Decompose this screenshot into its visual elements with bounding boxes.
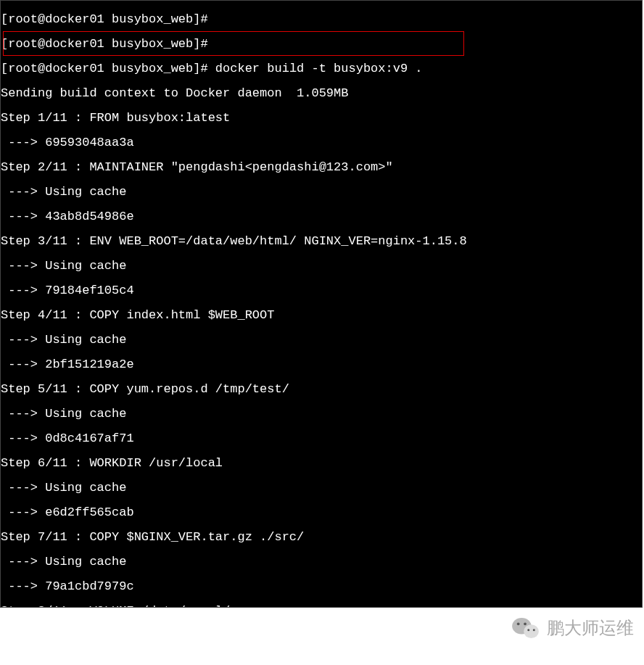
output-line: Step 3/11 : ENV WEB_ROOT=/data/web/html/…	[1, 235, 642, 247]
prompt: [root@docker01 busybox_web]#	[1, 62, 215, 75]
svg-point-3	[524, 622, 527, 625]
output-line: ---> Using cache	[1, 408, 642, 420]
svg-point-1	[524, 624, 539, 638]
output-line: Step 2/11 : MAINTAINER "pengdashi<pengda…	[1, 161, 642, 173]
output-line: ---> e6d2ff565cab	[1, 506, 642, 519]
svg-point-4	[527, 629, 529, 631]
output-line: ---> 69593048aa3a	[1, 136, 642, 149]
output-line: ---> 0d8c4167af71	[1, 432, 642, 445]
terminal-window[interactable]: [root@docker01 busybox_web]# [root@docke…	[0, 0, 643, 608]
output-line: ---> Using cache	[1, 482, 642, 494]
prompt-line: [root@docker01 busybox_web]#	[1, 38, 642, 50]
output-line: Step 4/11 : COPY index.html $WEB_ROOT	[1, 309, 642, 321]
output-line: ---> Using cache	[1, 186, 642, 198]
command-line: [root@docker01 busybox_web]# docker buil…	[1, 62, 642, 75]
output-line: Sending build context to Docker daemon 1…	[1, 87, 642, 99]
docker-build-command: docker build -t busybox:v9 .	[215, 62, 423, 75]
output-line: ---> Using cache	[1, 334, 642, 346]
watermark: 鹏大师运维	[512, 616, 634, 640]
output-line: Step 5/11 : COPY yum.repos.d /tmp/test/	[1, 383, 642, 395]
svg-point-5	[533, 629, 535, 631]
prompt-line: [root@docker01 busybox_web]#	[1, 13, 642, 25]
output-line: Step 8/11 : VOLUME /data/mysql/	[1, 605, 642, 608]
svg-point-2	[517, 622, 520, 625]
output-line: ---> 2bf151219a2e	[1, 358, 642, 371]
output-line: ---> Using cache	[1, 555, 642, 568]
output-line: ---> 43ab8d54986e	[1, 210, 642, 223]
output-line: Step 6/11 : WORKDIR /usr/local	[1, 457, 642, 469]
output-line: ---> 79a1cbd7979c	[1, 580, 642, 592]
wechat-icon	[512, 616, 540, 640]
watermark-text: 鹏大师运维	[547, 616, 634, 640]
output-line: Step 7/11 : COPY $NGINX_VER.tar.gz ./src…	[1, 531, 642, 543]
output-line: Step 1/11 : FROM busybox:latest	[1, 112, 642, 124]
output-line: ---> 79184ef105c4	[1, 284, 642, 297]
output-line: ---> Using cache	[1, 260, 642, 272]
